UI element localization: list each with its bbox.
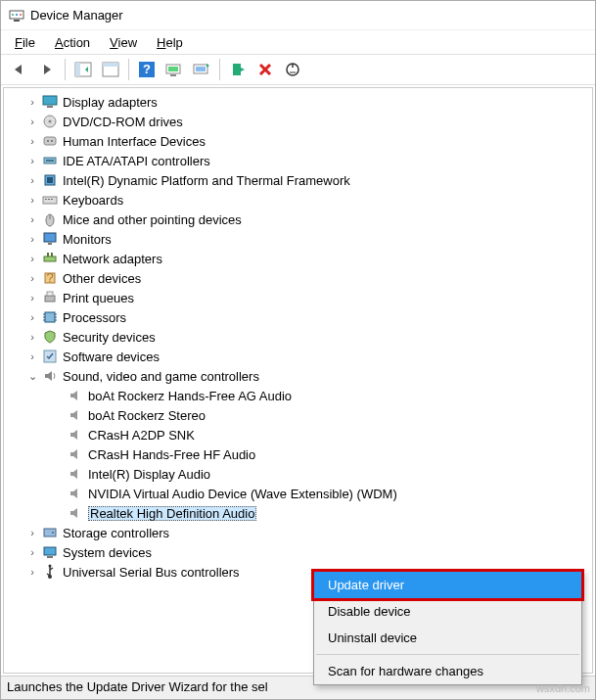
enable-device-button[interactable] (225, 57, 251, 82)
usb-icon (41, 564, 59, 580)
chip-icon (41, 172, 59, 188)
chevron-right-icon[interactable]: › (25, 566, 39, 578)
svg-text:?: ? (143, 62, 151, 76)
chevron-down-icon[interactable]: ⌄ (25, 370, 39, 383)
ctx-scan-hardware[interactable]: Scan for hardware changes (314, 658, 581, 684)
chevron-right-icon[interactable]: › (25, 116, 39, 127)
context-menu: Update driver Disable device Uninstall d… (313, 571, 582, 685)
svg-rect-42 (45, 296, 55, 302)
tree-category[interactable]: ›Mice and other pointing devices (8, 210, 592, 229)
svg-rect-54 (44, 547, 56, 555)
tree-category[interactable]: ›IDE ATA/ATAPI controllers (8, 151, 592, 170)
forward-button[interactable] (34, 57, 60, 82)
svg-rect-6 (75, 63, 80, 76)
tree-category[interactable]: ›?Other devices (8, 268, 592, 288)
cpu-icon (41, 309, 59, 325)
tree-category[interactable]: ›Monitors (8, 229, 592, 249)
chevron-right-icon[interactable]: › (25, 135, 39, 147)
svg-rect-32 (51, 199, 53, 200)
svg-rect-35 (44, 233, 56, 242)
disable-button[interactable] (280, 57, 305, 82)
chevron-right-icon[interactable]: › (25, 213, 39, 225)
tree-category-label: Mice and other pointing devices (63, 212, 242, 227)
tree-device[interactable]: Intel(R) Display Audio (8, 464, 592, 484)
tree-device[interactable]: CRasH Hands-Free HF Audio (8, 444, 592, 464)
update-driver-button[interactable] (189, 57, 214, 82)
tree-category-label: DVD/CD-ROM drives (63, 115, 183, 129)
chevron-right-icon[interactable]: › (25, 292, 39, 303)
tree-category[interactable]: ›Storage controllers (8, 523, 592, 542)
tree-device[interactable]: NVIDIA Virtual Audio Device (Wave Extens… (8, 484, 592, 503)
tree-category[interactable]: ›DVD/CD-ROM drives (8, 112, 592, 131)
tree-category[interactable]: ›System devices (8, 542, 592, 562)
show-hide-tree-button[interactable] (70, 57, 96, 82)
tree-category-label: Processors (63, 310, 126, 325)
svg-rect-31 (48, 199, 50, 200)
chevron-right-icon[interactable]: › (25, 331, 39, 343)
tree-device[interactable]: CRasH A2DP SNK (8, 425, 592, 444)
chevron-right-icon[interactable]: › (25, 253, 39, 264)
tree-category[interactable]: ›Intel(R) Dynamic Platform and Thermal F… (8, 170, 592, 190)
tree-category[interactable]: ›Network adapters (8, 249, 592, 268)
chevron-right-icon[interactable]: › (25, 96, 39, 108)
chevron-right-icon[interactable]: › (25, 272, 39, 284)
tree-category[interactable]: ›Print queues (8, 288, 592, 307)
tree-category[interactable]: ›Software devices (8, 347, 592, 366)
chevron-right-icon[interactable]: › (25, 233, 39, 245)
speaker-icon (67, 466, 84, 482)
uninstall-button[interactable] (252, 57, 278, 82)
svg-rect-36 (48, 243, 52, 245)
help-button[interactable]: ? (134, 57, 160, 82)
back-button[interactable] (7, 57, 32, 82)
svg-point-53 (52, 532, 54, 534)
svg-rect-52 (44, 529, 56, 537)
ctx-uninstall-device[interactable]: Uninstall device (314, 625, 581, 651)
toolbar: ? (1, 54, 595, 85)
tree-category[interactable]: ›Human Interface Devices (8, 131, 592, 151)
menu-help[interactable]: Help (149, 33, 191, 52)
chevron-right-icon[interactable]: › (25, 194, 39, 206)
tree-category-label: Print queues (63, 291, 134, 305)
app-icon (9, 8, 24, 23)
speaker-icon (67, 407, 84, 423)
tree-device[interactable]: Realtek High Definition Audio (8, 503, 592, 523)
svg-rect-13 (170, 74, 176, 76)
system-icon (41, 544, 59, 560)
chevron-right-icon[interactable]: › (25, 350, 39, 362)
svg-point-23 (47, 140, 49, 142)
chevron-right-icon[interactable]: › (25, 155, 39, 166)
menu-action[interactable]: Action (47, 33, 98, 52)
svg-rect-19 (47, 106, 53, 108)
menu-file[interactable]: File (7, 33, 43, 52)
properties-button[interactable] (98, 57, 123, 82)
tree-category[interactable]: ›Keyboards (8, 190, 592, 210)
svg-rect-18 (43, 96, 57, 105)
chevron-right-icon[interactable]: › (25, 174, 39, 186)
ctx-disable-device[interactable]: Disable device (314, 598, 581, 625)
ctx-update-driver[interactable]: Update driver (311, 569, 584, 601)
mouse-icon (41, 211, 59, 227)
svg-rect-28 (47, 177, 53, 183)
tree-category[interactable]: ›Processors (8, 307, 592, 327)
tree-device-label: CRasH Hands-Free HF Audio (88, 447, 255, 462)
display-icon (41, 94, 59, 110)
svg-rect-39 (51, 253, 53, 257)
disc-icon (41, 114, 59, 129)
speaker-icon (67, 388, 84, 403)
security-icon (41, 329, 59, 345)
tree-category[interactable]: ›Display adapters (8, 92, 592, 112)
tree-category-label: Keyboards (63, 193, 123, 208)
svg-point-57 (48, 575, 52, 579)
svg-point-4 (20, 14, 22, 16)
tree-device[interactable]: boAt Rockerz Stereo (8, 405, 592, 425)
tree-category[interactable]: ›Security devices (8, 327, 592, 347)
tree-category[interactable]: ⌄Sound, video and game controllers (8, 366, 592, 386)
chevron-right-icon[interactable]: › (25, 546, 39, 558)
chevron-right-icon[interactable]: › (25, 527, 39, 538)
menu-view[interactable]: View (102, 33, 145, 52)
tree-device[interactable]: boAt Rockerz Hands-Free AG Audio (8, 386, 592, 405)
svg-rect-43 (47, 292, 53, 296)
chevron-right-icon[interactable]: › (25, 311, 39, 323)
sound-icon (41, 368, 59, 384)
scan-button[interactable] (161, 57, 187, 82)
